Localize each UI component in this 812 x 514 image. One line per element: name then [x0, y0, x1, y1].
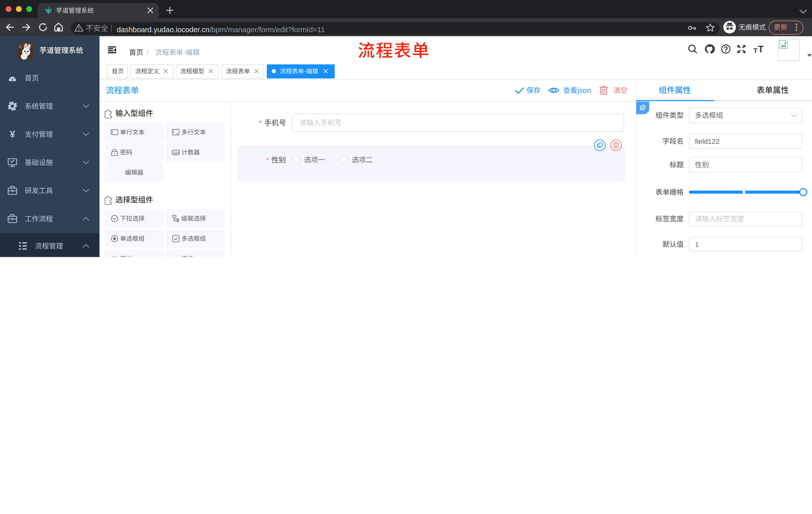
svg-text:123: 123 [173, 151, 179, 155]
svg-text:¥: ¥ [10, 129, 15, 140]
svg-text:field122: field122 [695, 138, 720, 145]
svg-text:dashboard.yudao.iocoder.cn/bpm: dashboard.yudao.iocoder.cn/bpm/manager/f… [117, 25, 325, 34]
svg-text:*: * [259, 119, 262, 127]
svg-text:1: 1 [695, 241, 699, 248]
svg-text:T: T [758, 44, 763, 54]
svg-text:*: * [266, 156, 269, 164]
svg-text:/: / [146, 49, 149, 57]
svg-text:T: T [753, 47, 757, 54]
